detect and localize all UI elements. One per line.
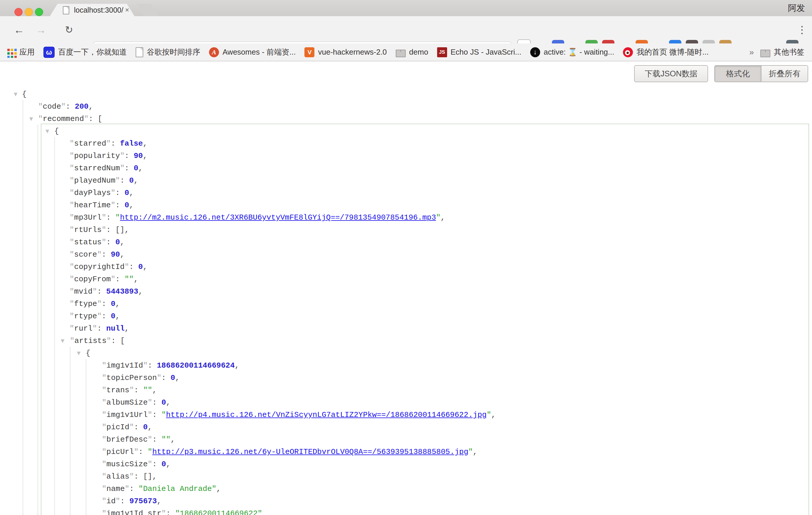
json-row: "rurl": null, [0,322,812,335]
json-token: : [152,435,162,444]
json-token: [] [115,226,124,234]
json-token: " [92,287,97,296]
json-token: " [69,262,74,271]
profile-name[interactable]: 阿发 [788,2,805,14]
json-row: "status": 0, [0,236,812,249]
bookmark-item[interactable]: 我的首页 微博-随时... [623,47,709,57]
json-token: " [148,435,152,444]
json-row: ▼"recommend": [ [0,113,812,125]
json-token: " [116,497,120,506]
json-token: : [152,398,162,407]
json-token: briefDesc [107,435,148,444]
forward-button[interactable]: → [34,16,49,44]
window-maximize-button[interactable] [35,8,43,16]
json-token: " [69,299,74,308]
json-row: "score": 90, [0,249,812,261]
json-token: albumSize [107,398,148,407]
json-link[interactable]: http://m2.music.126.net/3XR6BU6yvtyVmFE8… [120,213,436,222]
bookmarks-items: 应用百度一下，你就知道谷歌按时间排序Awesomes - 前端资...vue-h… [0,47,746,58]
page-content: 下载JSON数据 格式化 折叠所有 ▼{"code": 200,▼"recomm… [0,61,812,515]
json-token: : [120,497,129,506]
bookmark-item[interactable]: Echo JS - JavaScri... [437,47,521,57]
json-token: " [124,262,129,271]
json-line: "rtype": 0, [0,310,120,322]
json-token: , [166,460,171,468]
bookmark-item[interactable]: 应用 [6,47,35,57]
bookmark-label: 谷歌按时间排序 [147,47,200,57]
json-token: picId [107,423,129,432]
bookmark-item[interactable]: demo [396,47,428,57]
json-row: ▼{ [0,347,812,360]
json-token: " [69,164,74,173]
bookmark-item[interactable]: 谷歌按时间排序 [136,47,200,57]
json-token: : [115,189,124,197]
json-token: code [43,102,61,111]
collapse-triangle-icon[interactable]: ▼ [61,335,64,347]
collapse-triangle-icon[interactable]: ▼ [46,125,49,137]
json-token: " [106,139,111,148]
collapse-triangle-icon[interactable]: ▼ [14,88,17,101]
json-token: : [102,299,111,308]
json-token: "" [162,435,171,444]
json-row: "copyFrom": "", [0,273,812,285]
browser-tab[interactable]: localhost:3000/recommend/so × [50,4,135,16]
json-token: " [468,448,473,456]
download-json-button[interactable]: 下载JSON数据 [634,65,708,82]
json-token: 0 [162,460,166,468]
collapse-all-button[interactable]: 折叠所有 [761,66,808,82]
json-token: : [97,324,106,333]
bookmark-item[interactable]: active: ⌛ - waiting... [530,47,614,57]
json-row: "id": 975673, [0,495,812,507]
window-close-button[interactable] [14,8,23,16]
json-line: "picUrl": "http://p3.music.126.net/6y-Ul… [0,446,477,458]
json-line: "popularity": 90, [0,150,147,162]
json-line: { [0,125,59,137]
json-line: "hearTime": 0, [0,199,134,211]
bookmarks-overflow-icon[interactable]: » [749,48,754,57]
json-token: , [157,497,162,506]
json-line: "recommend": [ [0,113,102,125]
bookmark-item[interactable]: vue-hackernews-2.0 [304,47,387,57]
json-token: " [148,410,152,419]
json-token: 90 [134,151,143,160]
reload-button[interactable]: ↻ [62,16,76,44]
tab-close-icon[interactable]: × [125,4,129,16]
json-token: " [69,226,74,234]
json-token: "" [124,275,134,284]
json-line: "starred": false, [0,137,147,150]
bookmark-item[interactable]: 百度一下，你就知道 [44,47,127,58]
json-row: "img1v1Id": 18686200114669624, [0,360,812,372]
json-row: "mvid": 5443893, [0,285,812,298]
collapse-triangle-icon[interactable]: ▼ [77,347,81,360]
json-token: , [166,398,171,407]
json-token: " [157,373,162,382]
json-row: "musicSize": 0, [0,458,812,470]
json-token: ftype [74,299,97,308]
echojs-icon [437,47,447,57]
bookmarks-right: » 其他书签 [746,47,812,57]
json-token: , [129,189,134,197]
new-tab-button[interactable] [137,4,158,16]
bookmark-item[interactable]: Awesomes - 前端资... [209,47,296,57]
json-link[interactable]: http://p4.music.126.net/VnZiScyynLG7atLI… [166,410,487,419]
window-minimize-button[interactable] [25,8,33,16]
json-line: "musicSize": 0, [0,458,171,470]
json-token: : [166,509,175,515]
json-token: topicPerson [107,373,157,382]
json-row: "img1v1Id_str": "18686200114669622" [0,507,812,515]
json-token: null [106,324,124,333]
json-line: "starredNum": 0, [0,162,143,174]
collapse-triangle-icon[interactable]: ▼ [29,113,33,125]
json-link[interactable]: http://p3.music.126.net/6y-UleORITEDbvrO… [152,448,468,456]
json-token: " [143,361,148,370]
json-token: " [148,398,152,407]
browser-menu-icon[interactable]: ⋮ [795,16,809,44]
json-token: " [148,448,152,456]
json-line: "copyrightId": 0, [0,261,147,273]
format-button[interactable]: 格式化 [715,66,761,82]
json-token: , [143,151,148,160]
json-token: , [143,139,148,148]
other-bookmarks-label: 其他书签 [774,47,804,57]
other-bookmarks-folder[interactable]: 其他书签 [760,47,804,57]
back-button[interactable]: ← [12,16,26,44]
